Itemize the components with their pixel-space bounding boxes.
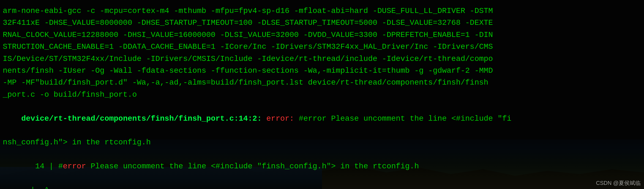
terminal-line-7: -MP -MF"build/finsh_port.d" -Wa,-a,-ad,-…	[3, 77, 641, 88]
error-file-path: device/rt-thread/components/finsh/finsh_…	[21, 114, 262, 123]
terminal-line-6: nents/finsh -IUser -Og -Wall -fdata-sect…	[3, 65, 641, 77]
terminal-line-5: IS/Device/ST/STM32F4xx/Include -IDrivers…	[3, 53, 641, 65]
error-message-part: #error Please uncomment the line <#inclu…	[294, 114, 512, 123]
error-word: error	[63, 162, 86, 171]
error-detail-prefix: 14 | #	[21, 162, 63, 171]
error-label: error:	[262, 114, 294, 123]
terminal-tilde-line: | ^~~~~	[3, 184, 641, 189]
terminal-line-10: nsh_config.h"> in the rtconfig.h	[3, 136, 641, 148]
terminal-line-3: RNAL_CLOCK_VALUE=12288000 -DHSI_VALUE=16…	[3, 29, 641, 41]
error-detail-rest: Please uncomment the line <#include "fin…	[86, 162, 419, 171]
terminal-line-8: _port.c -o build/finsh_port.o	[3, 89, 641, 101]
terminal-line-1: arm-none-eabi-gcc -c -mcpu=cortex-m4 -mt…	[3, 5, 641, 17]
terminal-line-2: 32F411xE -DHSE_VALUE=8000000 -DHSE_START…	[3, 17, 641, 29]
terminal-error-detail-line: 14 | #error Please uncomment the line <#…	[3, 148, 641, 184]
csdn-watermark: CSDN @夏侯斌临	[596, 179, 641, 187]
terminal-line-4: STRUCTION_CACHE_ENABLE=1 -DDATA_CACHE_EN…	[3, 41, 641, 53]
terminal-window: arm-none-eabi-gcc -c -mcpu=cortex-m4 -mt…	[0, 0, 644, 189]
terminal-error-line-1: device/rt-thread/components/finsh/finsh_…	[3, 101, 641, 136]
